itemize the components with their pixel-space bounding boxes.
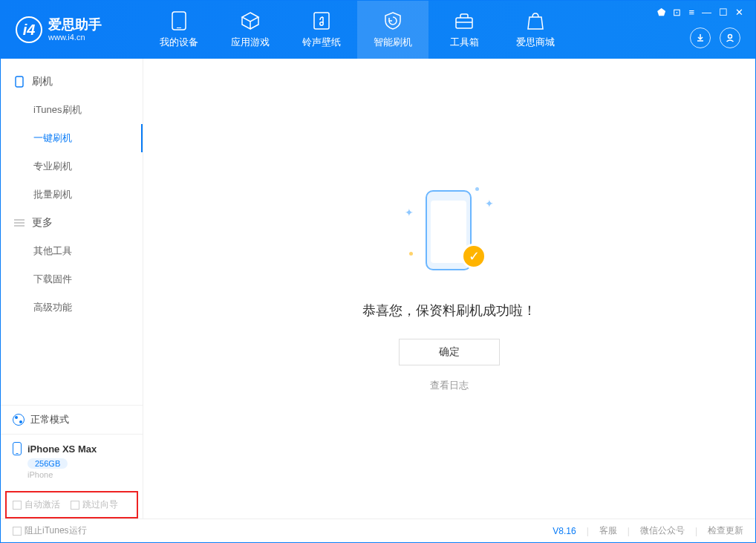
svg-point-3: [320, 22, 323, 25]
dot-icon: [409, 252, 413, 256]
version-label: V8.16: [553, 526, 576, 536]
user-button[interactable]: [720, 27, 740, 48]
nav-tabs: 我的设备 应用游戏 铃声壁纸 智能刷机 工具箱 爱思商城: [143, 1, 571, 59]
svg-point-5: [729, 35, 732, 39]
download-button[interactable]: [690, 27, 711, 48]
mode-row[interactable]: 正常模式: [1, 405, 143, 434]
shirt-icon[interactable]: ⬟: [657, 7, 665, 18]
mode-icon: [13, 414, 25, 426]
sidebar-item-oneclick[interactable]: 一键刷机: [1, 124, 143, 152]
success-illustration: ✦ ✦ ✓: [405, 186, 494, 282]
sidebar-item-othertools[interactable]: 其他工具: [1, 237, 143, 265]
sidebar-item-pro[interactable]: 专业刷机: [1, 152, 143, 181]
section-more-title: 更多: [1, 209, 143, 237]
logo-icon: i4: [16, 16, 42, 43]
tab-store[interactable]: 爱思商城: [500, 1, 571, 59]
tab-toolbox[interactable]: 工具箱: [428, 1, 500, 59]
skip-guide-checkbox[interactable]: 跳过向导: [71, 498, 118, 511]
feedback-icon[interactable]: ⊡: [673, 7, 681, 18]
app-subtitle: www.i4.cn: [48, 33, 102, 42]
window-controls: ⬟ ⊡ ≡ — ☐ ✕: [657, 7, 743, 18]
sidebar-item-advanced[interactable]: 高级功能: [1, 293, 143, 322]
menu-icon[interactable]: ≡: [688, 7, 694, 18]
list-icon: [14, 218, 25, 228]
success-message: 恭喜您，保资料刷机成功啦！: [362, 302, 536, 319]
view-log-link[interactable]: 查看日志: [430, 379, 469, 392]
tab-ringtones[interactable]: 铃声壁纸: [286, 1, 357, 59]
ok-button[interactable]: 确定: [399, 339, 500, 365]
device-row[interactable]: iPhone XS Max 256GB iPhone: [1, 434, 143, 487]
header: i4 爱思助手 www.i4.cn 我的设备 应用游戏 铃声壁纸 智能刷机 工具…: [1, 1, 755, 59]
close-icon[interactable]: ✕: [735, 7, 743, 18]
toolbox-icon: [454, 10, 475, 31]
tab-my-device[interactable]: 我的设备: [143, 1, 215, 59]
shield-icon: [382, 10, 403, 31]
update-link[interactable]: 检查更新: [708, 524, 743, 537]
device-icon: [169, 10, 189, 31]
section-flash-title: 刷机: [1, 68, 143, 96]
check-icon: ✓: [461, 244, 486, 269]
bag-icon: [525, 10, 546, 31]
tab-apps[interactable]: 应用游戏: [215, 1, 286, 59]
wechat-link[interactable]: 微信公众号: [640, 524, 685, 537]
logo: i4 爱思助手 www.i4.cn: [1, 16, 143, 43]
svg-rect-2: [314, 13, 329, 29]
block-itunes-checkbox[interactable]: 阻止iTunes运行: [13, 524, 87, 537]
device-type: iPhone: [27, 470, 53, 479]
svg-rect-4: [456, 18, 472, 28]
tab-flash[interactable]: 智能刷机: [357, 1, 428, 59]
music-icon: [311, 10, 332, 31]
sidebar-item-firmware[interactable]: 下载固件: [1, 265, 143, 293]
phone-small-icon: [14, 77, 25, 87]
footer: 阻止iTunes运行 V8.16 | 客服 | 微信公众号 | 检查更新: [1, 518, 755, 542]
support-link[interactable]: 客服: [599, 524, 617, 537]
svg-rect-0: [172, 12, 186, 30]
maximize-icon[interactable]: ☐: [719, 7, 728, 18]
options-highlight: 自动激活 跳过向导: [5, 491, 138, 518]
app-title: 爱思助手: [48, 18, 102, 33]
dot-icon: [475, 187, 479, 191]
sidebar-item-batch[interactable]: 批量刷机: [1, 181, 143, 209]
device-small-icon: [13, 442, 22, 455]
main-panel: ✦ ✦ ✓ 恭喜您，保资料刷机成功啦！ 确定 查看日志: [143, 59, 755, 518]
minimize-icon[interactable]: —: [702, 7, 711, 18]
sparkle-icon: ✦: [405, 207, 414, 218]
sidebar: 刷机 iTunes刷机 一键刷机 专业刷机 批量刷机 更多 其他工具 下载固件 …: [1, 59, 143, 518]
svg-rect-6: [16, 77, 23, 87]
cube-icon: [240, 10, 261, 31]
sparkle-icon: ✦: [485, 198, 494, 209]
auto-activate-checkbox[interactable]: 自动激活: [13, 498, 60, 511]
svg-rect-1: [177, 27, 181, 28]
sidebar-item-itunes[interactable]: iTunes刷机: [1, 96, 143, 124]
storage-badge: 256GB: [27, 458, 68, 469]
